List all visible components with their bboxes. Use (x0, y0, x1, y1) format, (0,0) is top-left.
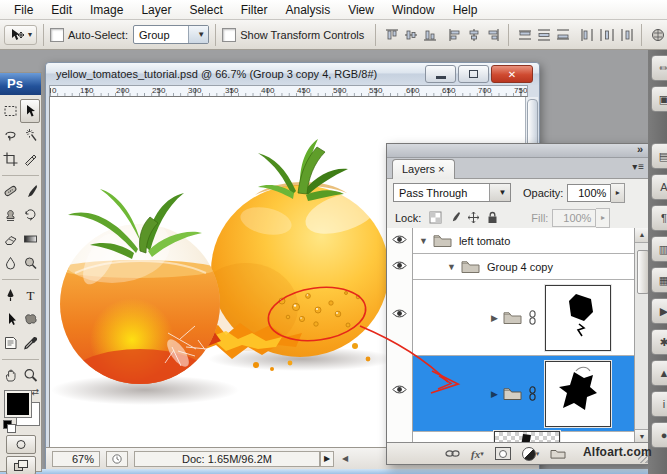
dock-character-icon[interactable]: A (651, 174, 667, 200)
lock-position-icon[interactable] (467, 211, 480, 224)
maximize-button[interactable] (458, 65, 489, 83)
layer-mask-thumbnail[interactable] (545, 285, 611, 351)
align-top-edges-button[interactable] (382, 25, 401, 45)
distribute-left-edges-button[interactable] (578, 25, 597, 45)
menu-edit[interactable]: Edit (43, 1, 80, 19)
foreground-color-swatch[interactable] (5, 391, 31, 417)
distribute-vertical-centers-button[interactable] (534, 25, 553, 45)
slice-tool[interactable] (20, 147, 40, 171)
default-colors-icon[interactable] (3, 420, 14, 431)
workspace-button[interactable] (648, 25, 667, 45)
auto-select-checkbox[interactable] (50, 28, 64, 42)
layer-row-group-4-copy[interactable]: ▼ Group 4 copy (387, 254, 634, 280)
zoom-tool[interactable] (20, 363, 40, 387)
align-right-edges-button[interactable] (483, 25, 502, 45)
collapsed-triangle-icon[interactable]: ▶ (491, 313, 498, 323)
lock-transparency-icon[interactable] (429, 211, 442, 224)
move-tool-preset-button[interactable]: ▾ (4, 25, 37, 45)
menu-file[interactable]: File (6, 1, 41, 19)
align-horizontal-centers-button[interactable] (464, 25, 483, 45)
magic-wand-tool[interactable] (20, 123, 40, 147)
path-selection-tool[interactable] (0, 307, 20, 331)
distribute-bottom-edges-button[interactable] (553, 25, 572, 45)
visibility-toggle[interactable] (387, 254, 413, 280)
pen-tool[interactable] (0, 283, 20, 307)
brush-tool[interactable] (20, 179, 40, 203)
panel-menu-icon[interactable]: ▾≡ (632, 161, 645, 172)
clone-stamp-tool[interactable] (0, 203, 20, 227)
dock-layer-comps-icon[interactable]: ▥ (651, 236, 667, 262)
opacity-spinner[interactable]: ▸ (611, 183, 625, 203)
dock-styles-icon[interactable]: ✱ (651, 329, 667, 355)
crop-tool[interactable] (0, 147, 20, 171)
expand-triangle-icon[interactable]: ▼ (447, 262, 456, 272)
blend-mode-dropdown[interactable]: Pass Through ▼ (393, 183, 511, 202)
dock-brushes-icon[interactable]: ✏ (651, 55, 667, 81)
menu-analysis[interactable]: Analysis (277, 1, 338, 19)
distribute-right-edges-button[interactable] (616, 25, 635, 45)
new-adjustment-layer-button[interactable]: ▾ (522, 447, 540, 461)
quick-mask-mode-button[interactable] (6, 435, 36, 454)
healing-brush-tool[interactable] (0, 179, 20, 203)
hand-tool[interactable] (0, 363, 20, 387)
layer-row-masked-group-1[interactable]: ▶ (387, 280, 634, 356)
link-layers-button[interactable] (445, 449, 460, 458)
scroll-up-icon[interactable]: ▲ (635, 228, 649, 243)
tab-close-icon[interactable]: × (438, 163, 444, 175)
visibility-toggle[interactable] (387, 228, 413, 254)
layer-row-left-tomato[interactable]: ▼ left tomato (387, 228, 634, 254)
menu-help[interactable]: Help (445, 1, 486, 19)
screen-mode-button[interactable] (6, 456, 36, 474)
status-back-arrow[interactable]: ◀ (342, 454, 348, 463)
toolbox-header[interactable]: Ps (0, 73, 41, 95)
menu-select[interactable]: Select (181, 1, 230, 19)
dodge-tool[interactable] (20, 251, 40, 275)
auto-select-mode-dropdown[interactable]: Group ▼ (133, 25, 209, 44)
visibility-toggle[interactable] (387, 356, 413, 432)
dock-swatches-icon[interactable]: ▤ (651, 143, 667, 169)
dock-color-icon[interactable]: ● (651, 422, 667, 448)
dock-channels-icon[interactable]: ▦ (651, 267, 667, 293)
tab-layers[interactable]: Layers × (392, 159, 455, 179)
panel-drag-bar[interactable]: » (387, 144, 649, 158)
add-layer-mask-button[interactable] (495, 447, 511, 460)
dock-clone-source-icon[interactable]: ▣ (651, 86, 667, 112)
expand-triangle-icon[interactable]: ▼ (419, 236, 428, 246)
new-group-button[interactable] (550, 448, 566, 459)
rectangular-marquee-tool[interactable] (0, 99, 20, 123)
distribute-top-edges-button[interactable] (515, 25, 534, 45)
notes-tool[interactable] (0, 331, 20, 355)
eyedropper-tool[interactable] (20, 331, 40, 355)
collapse-panel-icon[interactable]: » (637, 143, 643, 155)
lasso-tool[interactable] (0, 123, 20, 147)
show-transform-controls-checkbox[interactable] (222, 28, 236, 42)
status-menu-arrow[interactable]: ▶ (320, 451, 334, 467)
dock-info-icon[interactable]: i (651, 391, 667, 417)
opacity-field[interactable]: 100% (567, 184, 611, 202)
eraser-tool[interactable] (0, 227, 20, 251)
layer-mask-thumbnail[interactable] (545, 361, 611, 427)
menu-window[interactable]: Window (384, 1, 443, 19)
type-tool[interactable]: T (20, 283, 40, 307)
align-bottom-edges-button[interactable] (420, 25, 439, 45)
menu-layer[interactable]: Layer (133, 1, 179, 19)
blur-tool[interactable] (0, 251, 20, 275)
distribute-horizontal-centers-button[interactable] (597, 25, 616, 45)
layer-style-button[interactable]: fx▾ (471, 448, 484, 460)
menu-filter[interactable]: Filter (233, 1, 276, 19)
align-vertical-centers-button[interactable] (401, 25, 420, 45)
align-left-edges-button[interactable] (445, 25, 464, 45)
visibility-toggle[interactable] (387, 280, 413, 356)
gradient-tool[interactable] (20, 227, 40, 251)
document-title-bar[interactable]: yellow_tomatoes_tutorial.psd @ 66.7% (Gr… (46, 63, 539, 85)
layers-scrollbar[interactable]: ▲ ▼ (634, 228, 649, 444)
move-tool[interactable] (20, 99, 40, 123)
dock-navigator-icon[interactable]: ▲ (651, 360, 667, 386)
lock-pixels-icon[interactable] (448, 211, 461, 224)
close-button[interactable]: ✕ (491, 65, 533, 83)
doc-size-info[interactable]: Doc: 1.65M/96.2M (134, 451, 320, 467)
dock-actions-icon[interactable]: ▶ (651, 298, 667, 324)
dock-paragraph-icon[interactable]: ¶ (651, 205, 667, 231)
history-brush-tool[interactable] (20, 203, 40, 227)
swap-colors-icon[interactable]: ⇄ (31, 387, 39, 397)
